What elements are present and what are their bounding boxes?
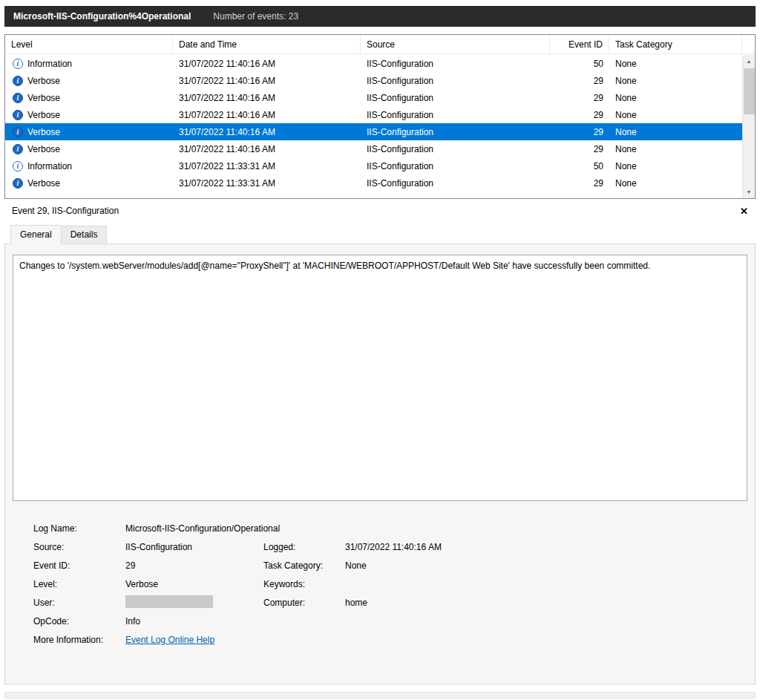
logged-value: 31/07/2022 11:40:16 AM: [345, 542, 747, 552]
event-id-cell: 29: [550, 110, 609, 120]
event-table: Level Date and Time Source Event ID Task…: [4, 34, 756, 199]
vertical-scrollbar[interactable]: ▲ ▼: [742, 55, 755, 198]
field-row-opcode: OpCode: Info: [33, 612, 747, 630]
task-category-label: Task Category:: [263, 560, 345, 571]
level-cell: Verbose: [27, 93, 60, 103]
datetime-cell: 31/07/2022 11:40:16 AM: [173, 93, 361, 103]
table-row[interactable]: iVerbose31/07/2022 11:40:16 AMIIS-Config…: [5, 72, 742, 89]
task-category-cell: None: [609, 127, 742, 137]
source-cell: IIS-Configuration: [361, 110, 550, 120]
event-log-online-help-link[interactable]: Event Log Online Help: [125, 635, 214, 645]
scroll-up-icon[interactable]: ▲: [743, 55, 755, 68]
information-icon: i: [13, 59, 23, 69]
scrollbar-thumb[interactable]: [744, 68, 755, 114]
column-header-event-id[interactable]: Event ID: [550, 35, 609, 53]
verbose-icon: i: [13, 127, 23, 137]
level-cell: Verbose: [27, 110, 60, 120]
table-row[interactable]: iVerbose31/07/2022 11:40:16 AMIIS-Config…: [5, 106, 742, 123]
task-category-cell: None: [609, 161, 742, 171]
level-cell: Information: [27, 161, 72, 171]
task-category-cell: None: [609, 110, 742, 120]
task-category-value: None: [345, 560, 747, 571]
event-id-cell: 29: [550, 178, 609, 189]
log-title-bar: Microsoft-IIS-Configuration%4Operational…: [4, 6, 756, 27]
field-row-level: Level: Verbose Keywords:: [33, 575, 747, 593]
scroll-down-icon[interactable]: ▼: [743, 186, 755, 198]
datetime-cell: 31/07/2022 11:33:31 AM: [173, 161, 361, 171]
column-header-level[interactable]: Level: [5, 35, 173, 53]
column-header-task-category[interactable]: Task Category: [609, 35, 742, 53]
field-row-more-information: More Information: Event Log Online Help: [33, 630, 747, 649]
table-header: Level Date and Time Source Event ID Task…: [5, 35, 755, 54]
verbose-icon: i: [13, 178, 23, 189]
information-icon: i: [13, 161, 23, 171]
computer-value: home: [345, 598, 747, 608]
field-row-event-id: Event ID: 29 Task Category: None: [33, 556, 747, 575]
event-id-label: Event ID:: [33, 560, 125, 571]
level-cell: Information: [27, 59, 72, 69]
tab-details[interactable]: Details: [62, 226, 108, 243]
logged-label: Logged:: [263, 542, 345, 552]
horizontal-scrollbar[interactable]: [4, 692, 756, 699]
task-category-cell: None: [609, 59, 742, 69]
source-cell: IIS-Configuration: [361, 178, 550, 189]
verbose-icon: i: [13, 144, 23, 154]
level-label: Level:: [33, 579, 125, 589]
log-name-value: Microsoft-IIS-Configuration/Operational: [125, 523, 747, 534]
verbose-icon: i: [13, 110, 23, 120]
column-header-source[interactable]: Source: [361, 35, 550, 53]
event-id-cell: 29: [550, 144, 609, 154]
field-row-user: User: Computer: home: [33, 593, 747, 612]
table-row[interactable]: iVerbose31/07/2022 11:40:16 AMIIS-Config…: [5, 140, 742, 157]
general-tab-panel: Changes to '/system.webServer/modules/ad…: [4, 243, 756, 684]
user-redacted-value: [125, 595, 213, 608]
event-count: Number of events: 23: [213, 11, 298, 22]
event-id-cell: 50: [550, 59, 609, 69]
level-cell: Verbose: [27, 178, 60, 189]
event-id-cell: 29: [550, 93, 609, 103]
detail-tabs: General Details: [10, 226, 756, 243]
event-table-body: iInformation31/07/2022 11:40:16 AMIIS-Co…: [5, 55, 742, 198]
table-row[interactable]: iInformation31/07/2022 11:33:31 AMIIS-Co…: [5, 157, 742, 174]
datetime-cell: 31/07/2022 11:40:16 AM: [173, 127, 361, 137]
task-category-cell: None: [609, 178, 742, 189]
user-label: User:: [33, 598, 125, 608]
close-icon[interactable]: ✕: [740, 206, 748, 217]
source-cell: IIS-Configuration: [361, 76, 550, 86]
verbose-icon: i: [13, 76, 23, 86]
tab-general[interactable]: General: [10, 225, 62, 243]
source-value: IIS-Configuration: [125, 542, 263, 552]
table-row[interactable]: iVerbose31/07/2022 11:33:31 AMIIS-Config…: [5, 174, 742, 192]
event-message: Changes to '/system.webServer/modules/ad…: [13, 255, 747, 501]
event-id-cell: 50: [550, 161, 609, 171]
datetime-cell: 31/07/2022 11:40:16 AM: [173, 76, 361, 86]
table-row[interactable]: iVerbose31/07/2022 11:40:16 AMIIS-Config…: [5, 123, 742, 140]
field-row-source: Source: IIS-Configuration Logged: 31/07/…: [33, 537, 747, 556]
datetime-cell: 31/07/2022 11:33:31 AM: [173, 178, 361, 189]
detail-header: Event 29, IIS-Configuration ✕: [4, 202, 756, 220]
table-row[interactable]: iVerbose31/07/2022 11:40:16 AMIIS-Config…: [5, 89, 742, 106]
log-title: Microsoft-IIS-Configuration%4Operational: [13, 11, 191, 22]
datetime-cell: 31/07/2022 11:40:16 AM: [173, 110, 361, 120]
source-cell: IIS-Configuration: [361, 127, 550, 137]
source-cell: IIS-Configuration: [361, 161, 550, 171]
source-cell: IIS-Configuration: [361, 59, 550, 69]
opcode-value: Info: [125, 616, 263, 627]
log-name-label: Log Name:: [33, 523, 125, 534]
task-category-cell: None: [609, 76, 742, 86]
source-cell: IIS-Configuration: [361, 93, 550, 103]
datetime-cell: 31/07/2022 11:40:16 AM: [173, 59, 361, 69]
keywords-label: Keywords:: [263, 579, 345, 589]
table-row[interactable]: iInformation31/07/2022 11:40:16 AMIIS-Co…: [5, 55, 742, 72]
event-id-cell: 29: [550, 76, 609, 86]
computer-label: Computer:: [263, 598, 345, 608]
task-category-cell: None: [609, 93, 742, 103]
source-cell: IIS-Configuration: [361, 144, 550, 154]
source-label: Source:: [33, 542, 125, 552]
level-cell: Verbose: [27, 76, 60, 86]
task-category-cell: None: [609, 144, 742, 154]
more-information-label: More Information:: [33, 635, 125, 645]
level-cell: Verbose: [27, 144, 60, 154]
level-value: Verbose: [125, 579, 263, 589]
column-header-datetime[interactable]: Date and Time: [173, 35, 361, 53]
